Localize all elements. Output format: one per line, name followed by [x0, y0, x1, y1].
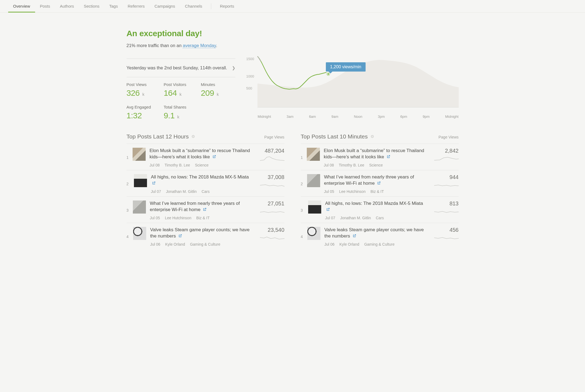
post-date: Jul 07: [325, 216, 335, 220]
stats-grid: Post Views 326 k Post Visitors 164 k Min…: [127, 82, 235, 120]
post-section: Science: [369, 163, 383, 167]
views-chart[interactable]: 1500 1000 500 1,200 views/min: [246, 56, 459, 113]
stat-label: Post Views: [127, 82, 161, 87]
stat-total-shares: Total Shares 9.1 k: [164, 105, 198, 120]
tab-overview[interactable]: Overview: [8, 0, 35, 13]
nav-separator: [211, 3, 211, 9]
external-link-icon[interactable]: [152, 181, 156, 184]
post-title: Valve leaks Steam game player counts; we…: [150, 227, 249, 239]
section-title: Top Posts Last 12 Hours: [127, 133, 189, 140]
x-tick: Midnight: [258, 115, 271, 119]
post-row[interactable]: 2 All highs, no lows: The 2018 Mazda MX-…: [127, 170, 284, 196]
tab-tags[interactable]: Tags: [104, 0, 123, 13]
external-link-icon[interactable]: [178, 233, 182, 237]
post-title: Valve leaks Steam game player counts; we…: [324, 227, 424, 239]
post-thumbnail: [134, 174, 147, 187]
section-title: Top Posts Last 10 Minutes: [301, 133, 368, 140]
y-tick: 500: [246, 86, 252, 90]
post-section: Biz & IT: [370, 189, 384, 194]
post-date: Jul 05: [324, 189, 334, 194]
external-link-icon[interactable]: [377, 181, 381, 184]
post-row[interactable]: 3 All highs, no lows: The 2018 Mazda MX-…: [301, 196, 459, 223]
chevron-right-icon: ❯: [232, 66, 235, 70]
post-rank: 3: [301, 208, 305, 212]
tab-sections[interactable]: Sections: [79, 0, 105, 13]
tab-campaigns[interactable]: Campaigns: [149, 0, 180, 13]
post-thumbnail: [308, 200, 321, 214]
post-rank: 4: [127, 234, 130, 239]
x-tick: Midnight: [445, 115, 458, 119]
yesterday-row[interactable]: Yesterday was the 2nd best Sunday, 114th…: [127, 61, 235, 74]
post-author: Jonathan M. Gitlin: [340, 216, 371, 220]
avg-day-link[interactable]: average Monday: [183, 43, 216, 48]
post-author: Jonathan M. Gitlin: [166, 189, 197, 194]
post-title: All highs, no lows: The 2018 Mazda MX-5 …: [325, 201, 423, 206]
post-rank: 2: [301, 182, 304, 186]
top-posts-10min: Top Posts Last 10 Minutes ⚙ Page Views 1…: [301, 133, 459, 249]
post-author: Kyle Orland: [339, 242, 359, 246]
post-title: What I’ve learned from nearly three year…: [150, 201, 240, 212]
gear-icon[interactable]: ⚙: [191, 134, 195, 139]
post-row[interactable]: 1 Elon Musk built a “submarine” to rescu…: [127, 144, 284, 170]
stat-post-visitors: Post Visitors 164 k: [164, 82, 198, 98]
subhead-prefix: 21% more traffic than on an: [127, 43, 183, 48]
sparkline: [431, 235, 459, 240]
post-views: 487,204: [257, 148, 284, 154]
stat-label: Post Visitors: [164, 82, 198, 87]
tab-referrers[interactable]: Referrers: [123, 0, 150, 13]
x-tick: Noon: [354, 115, 362, 119]
post-date: Jul 06: [150, 242, 160, 246]
tab-channels[interactable]: Channels: [180, 0, 207, 13]
post-row[interactable]: 3 What I’ve learned from nearly three ye…: [127, 196, 284, 223]
sub-headline: 21% more traffic than on an average Mond…: [127, 43, 459, 48]
top-nav: Overview Posts Authors Sections Tags Ref…: [0, 0, 585, 13]
tab-posts[interactable]: Posts: [35, 0, 55, 13]
sparkline: [257, 235, 284, 240]
post-row[interactable]: 1 Elon Musk built a “submarine” to rescu…: [301, 144, 459, 170]
external-link-icon[interactable]: [387, 154, 390, 158]
x-tick: 3am: [287, 115, 293, 119]
post-rank: 1: [301, 155, 303, 160]
divider: [127, 77, 235, 77]
post-thumbnail: [133, 227, 146, 240]
section-metric: Page Views: [264, 135, 284, 139]
post-date: Jul 05: [150, 216, 160, 220]
x-tick: 9pm: [423, 115, 430, 119]
post-date: Jul 08: [324, 163, 334, 167]
post-thumbnail: [133, 200, 146, 214]
post-author: Timothy B. Lee: [165, 163, 190, 167]
tab-reports[interactable]: Reports: [215, 0, 239, 13]
external-link-icon[interactable]: [326, 207, 330, 211]
external-link-icon[interactable]: [203, 207, 207, 211]
sparkline: [257, 209, 284, 214]
stat-label: Minutes: [201, 82, 235, 87]
post-title: Elon Musk built a “submarine” to rescue …: [149, 148, 250, 159]
post-row[interactable]: 2 What I’ve learned from nearly three ye…: [301, 170, 459, 196]
sparkline: [431, 183, 459, 187]
post-row[interactable]: 4 Valve leaks Steam game player counts; …: [301, 223, 459, 249]
x-tick: 9am: [332, 115, 338, 119]
post-section: Cars: [376, 216, 384, 220]
sparkline: [431, 156, 459, 161]
gear-icon[interactable]: ⚙: [370, 134, 374, 139]
post-thumbnail: [307, 174, 320, 187]
x-tick: 3pm: [378, 115, 385, 119]
stat-post-views: Post Views 326 k: [127, 82, 161, 98]
post-views: 27,051: [257, 200, 284, 207]
tab-authors[interactable]: Authors: [55, 0, 79, 13]
external-link-icon[interactable]: [353, 233, 356, 237]
headline: An exceptional day!: [127, 29, 459, 38]
post-thumbnail: [133, 148, 146, 161]
top-posts-12h: Top Posts Last 12 Hours ⚙ Page Views 1 E…: [127, 133, 284, 249]
stat-value: 164: [164, 88, 177, 97]
post-title: What I’ve learned from nearly three year…: [324, 174, 414, 186]
external-link-icon[interactable]: [212, 154, 216, 158]
post-rank: 2: [127, 182, 130, 186]
stat-value: 326: [127, 88, 140, 97]
post-views: 37,008: [257, 174, 284, 180]
stat-label: Avg Engaged: [127, 105, 161, 109]
y-tick: 1000: [246, 74, 254, 78]
post-row[interactable]: 4 Valve leaks Steam game player counts; …: [127, 223, 284, 249]
stat-unit: k: [142, 92, 144, 97]
post-thumbnail: [307, 148, 320, 161]
